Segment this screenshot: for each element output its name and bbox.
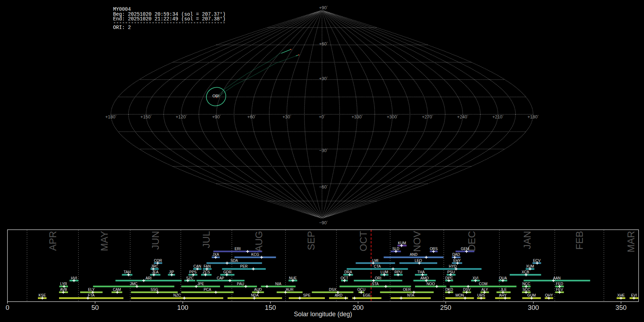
svg-text:DSV: DSV [463,288,470,292]
svg-text:COR: COR [154,259,162,263]
svg-text:OCT: OCT [358,231,369,252]
svg-text:DSX: DSX [329,288,336,292]
svg-text:−30°: −30° [319,148,328,153]
svg-text:KUM: KUM [398,241,406,245]
svg-text:AAN: AAN [553,276,561,280]
svg-text:SDA: SDA [230,259,238,263]
svg-text:ORS: ORS [430,247,438,251]
svg-text:Solar longitude (deg): Solar longitude (deg) [294,311,352,318]
svg-text:FAN: FAN [204,264,211,268]
svg-text:GDR: GDR [223,270,231,274]
svg-text:QUA: QUA [499,276,507,280]
svg-text:+120°: +120° [176,114,187,119]
svg-text:NIA: NIA [275,282,281,286]
svg-text:200: 200 [352,304,364,311]
svg-text:OCT: OCT [341,276,348,280]
svg-text:SSG: SSG [151,288,158,292]
svg-text:+150°: +150° [141,114,152,119]
svg-text:+60°: +60° [247,114,256,119]
svg-text:KSE: KSE [39,293,46,297]
svg-text:LMI: LMI [372,259,379,263]
svg-text:+90°: +90° [319,5,328,10]
svg-text:NTA: NTA [407,293,414,297]
svg-text:AVB: AVB [60,288,67,292]
svg-text:LYR: LYR [60,282,67,286]
svg-text:KCG: KCG [251,253,259,257]
svg-text:NZC: NZC [174,293,181,297]
svg-text:SPE: SPE [303,293,311,297]
svg-text:EVI: EVI [631,293,637,297]
svg-text:JUN: JUN [150,231,161,250]
svg-text:250: 250 [440,304,451,311]
svg-text:ELY: ELY [88,288,95,292]
svg-text:NCC: NCC [522,282,530,286]
svg-text:AUR: AUR [286,288,294,292]
svg-text:DRA: DRA [344,270,352,274]
svg-text:CAP: CAP [217,276,224,280]
svg-text:FEB: FEB [574,231,585,250]
svg-text:−90°: −90° [319,220,328,225]
svg-text:CAM: CAM [113,288,121,292]
svg-text:NOV: NOV [412,231,423,252]
svg-text:+30°: +30° [282,114,291,119]
svg-text:ARD: ARD [335,293,343,297]
svg-text:FED: FED [556,282,563,286]
svg-text:XUM: XUM [526,264,534,268]
svg-text:DPC: DPC [445,276,453,280]
svg-text:MAY: MAY [99,231,110,252]
svg-text:100: 100 [177,304,188,311]
svg-text:50: 50 [92,304,99,311]
svg-text:AUD: AUD [254,288,262,292]
svg-text:300: 300 [528,304,539,311]
svg-text:JMC: JMC [130,282,137,286]
svg-text:ALY: ALY [482,288,488,292]
svg-text:ERI: ERI [235,247,241,251]
svg-text:APR: APR [48,231,58,251]
svg-text:GUM: GUM [527,293,536,297]
svg-text:ZCS: ZCS [203,270,210,274]
svg-text:OER: OER [403,288,411,292]
svg-text:PAU: PAU [237,282,244,286]
svg-text:XVI: XVI [473,276,478,280]
svg-text:MAR: MAR [626,231,636,253]
svg-text:AHY: AHY [499,293,507,297]
svg-text:QHY: QHY [545,293,553,297]
svg-text:EHY: EHY [453,259,461,263]
svg-text:JXA: JXA [213,253,219,257]
svg-text:PSU: PSU [447,270,455,274]
svg-text:STA: STA [372,282,379,286]
svg-text:JRC: JRC [151,264,158,268]
svg-text:CAN: CAN [194,264,201,268]
svg-text:AND: AND [410,253,418,257]
svg-text:SZC: SZC [186,276,193,280]
svg-text:JEA: JEA [152,270,158,274]
svg-text:+180°: +180° [105,114,116,119]
svg-text:NDA: NDA [251,293,259,297]
svg-text:NUE: NUE [289,276,297,280]
svg-text:RPU: RPU [395,270,402,274]
svg-text:COM: COM [479,282,488,286]
svg-text:MON: MON [455,293,464,297]
svg-text:CTA: CTA [374,264,381,268]
svg-text:350: 350 [615,304,626,311]
svg-text:0: 0 [6,304,9,311]
svg-text:ORI: 2: ORI: 2 [113,25,131,30]
svg-text:+240°: +240° [457,114,468,119]
svg-text:NOO: NOO [426,282,435,286]
svg-text:JAN: JAN [522,231,533,249]
svg-text:SLD: SLD [392,247,399,251]
svg-text:+90°: +90° [212,114,221,119]
svg-text:+300°: +300° [387,114,398,119]
svg-text:ORI: ORI [375,276,381,280]
svg-text:JUL: JUL [201,231,212,248]
svg-text:PPS: PPS [189,270,197,274]
svg-text:PER: PER [240,264,248,268]
svg-text:PCA: PCA [204,288,211,292]
svg-text:THA: THA [418,270,425,274]
svg-text:JPE: JPE [197,282,204,286]
svg-text:AMO: AMO [420,276,429,280]
svg-text:AUG: AUG [254,231,264,252]
svg-text:SCC: SCC [522,288,530,292]
svg-text:SEP: SEP [306,231,317,250]
svg-text:FTA: FTA [88,293,95,297]
